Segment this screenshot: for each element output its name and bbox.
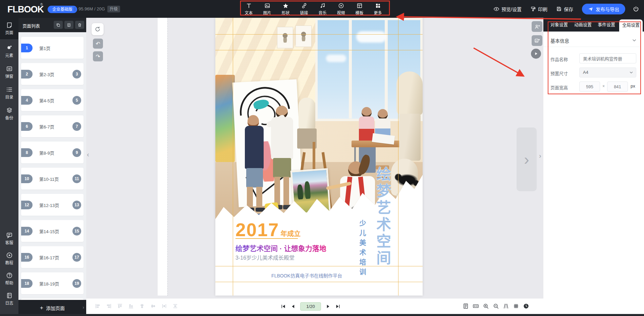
- sidebar-item-backup[interactable]: 备份: [0, 103, 18, 124]
- align-center-vertical-icon[interactable]: [139, 303, 145, 309]
- photo-shape: [300, 30, 308, 41]
- tab-event-settings[interactable]: 事件设置: [598, 18, 615, 32]
- save-button[interactable]: 保存: [556, 6, 573, 12]
- tab-object-settings[interactable]: 对象设置: [550, 18, 568, 32]
- last-page-button[interactable]: [335, 304, 340, 309]
- tab-global-settings[interactable]: 全局设置: [619, 19, 643, 32]
- cover-page[interactable]: 绘梦艺术空间 少儿美术培训 2017年成立 绘梦艺术空间 · 让想象力落地 3-…: [215, 18, 423, 296]
- align-top-icon[interactable]: [117, 303, 123, 309]
- page-row-4-5[interactable]: 4 第4-5页 5: [21, 89, 84, 111]
- next-page-button[interactable]: [326, 304, 331, 309]
- play-preview-button[interactable]: [531, 49, 541, 59]
- sidebar-item-log[interactable]: 日志: [0, 288, 18, 310]
- tool-video[interactable]: 视频: [332, 0, 350, 18]
- tool-template[interactable]: 模板: [350, 0, 369, 18]
- sidebar-item-tutorial[interactable]: 教程: [0, 248, 18, 269]
- page-row-label: 第14-15页: [39, 228, 59, 234]
- collapse-left-panel-handle[interactable]: ‹: [87, 151, 89, 158]
- work-name-input[interactable]: [579, 53, 636, 63]
- page-indicator[interactable]: 1/20: [300, 302, 321, 311]
- history-clock-icon[interactable]: [523, 303, 529, 309]
- page-number-badge-right: 7: [72, 122, 81, 131]
- page-height-input[interactable]: [607, 82, 628, 92]
- cover-footer-text[interactable]: FLBOOK仿真电子书在线制作平台: [215, 272, 398, 279]
- align-center-horizontal-icon[interactable]: [150, 303, 156, 309]
- page-row-10-11[interactable]: 10 第10-11页 11: [21, 168, 84, 190]
- tool-music[interactable]: 音乐: [313, 0, 332, 18]
- photo-shape: [256, 208, 265, 212]
- tool-image[interactable]: 图片: [258, 0, 276, 18]
- page-row-12-13[interactable]: 12 第12-13页 13: [21, 194, 84, 216]
- page-width-input[interactable]: [579, 82, 600, 92]
- bottom-edge-strip: [0, 314, 644, 316]
- section-divider: [543, 47, 641, 47]
- page-row-14-15[interactable]: 14 第14-15页 15: [21, 220, 84, 242]
- collapse-panel-chevron[interactable]: ›: [83, 305, 84, 310]
- cover-slogan[interactable]: 绘梦艺术空间 · 让想象力落地: [235, 243, 326, 253]
- next-page-flip-control[interactable]: ›: [517, 127, 537, 191]
- chevron-down-icon[interactable]: [632, 38, 637, 43]
- add-image-note-button[interactable]: [532, 35, 542, 46]
- collapse-right-panel-handle[interactable]: ›: [539, 152, 541, 160]
- tool-text[interactable]: 文本: [239, 0, 258, 18]
- publish-export-button[interactable]: 发布与导出: [582, 4, 625, 14]
- page-row-2-3[interactable]: 2 第2-3页 3: [21, 63, 84, 85]
- duplicate-page-button[interactable]: [64, 21, 73, 29]
- cover-vertical-title[interactable]: 绘梦艺术空间: [372, 166, 393, 267]
- page-row-8-9[interactable]: 8 第8-9页 9: [21, 142, 84, 163]
- tool-shape[interactable]: 形状: [276, 0, 295, 18]
- zoom-in-icon[interactable]: [483, 303, 489, 309]
- undo-button[interactable]: ↶: [93, 39, 103, 49]
- add-page-button[interactable]: + 添加页面 ›: [18, 300, 86, 316]
- preview-settings-button[interactable]: 预览/设置: [493, 6, 522, 12]
- sidebar-item-support[interactable]: 客服: [0, 228, 18, 249]
- page-number-badge: 14: [21, 227, 33, 235]
- prev-page-button[interactable]: [290, 304, 296, 309]
- first-page-button[interactable]: [281, 304, 286, 309]
- preset-size-label: 预置尺寸: [550, 70, 568, 76]
- align-left-icon[interactable]: [95, 303, 101, 309]
- distribute-horizontal-icon[interactable]: [161, 303, 167, 309]
- cover-vertical-subtitle[interactable]: 少儿美术培训: [358, 220, 367, 278]
- align-bottom-icon[interactable]: [128, 303, 134, 309]
- preset-size-select[interactable]: A4: [579, 67, 636, 77]
- sidebar-item-help[interactable]: 帮助: [0, 268, 18, 289]
- history-refresh-button[interactable]: [92, 23, 104, 35]
- sidebar-item-toc[interactable]: 目录: [0, 82, 18, 104]
- text-icon: [246, 2, 252, 9]
- page-row-16-17[interactable]: 16 第16-17页 17: [21, 246, 84, 268]
- sidebar-item-popup[interactable]: 弹窗: [0, 61, 18, 83]
- cover-year-block[interactable]: 2017年成立: [235, 219, 301, 241]
- page-list-header: 页面列表: [18, 18, 86, 32]
- add-member-button[interactable]: [532, 21, 542, 32]
- sidebar-item-pages[interactable]: 页面: [0, 18, 18, 39]
- actual-size-icon[interactable]: [473, 303, 479, 309]
- redo-button[interactable]: ↷: [93, 51, 103, 61]
- plan-badge[interactable]: 企业基础版: [48, 6, 77, 13]
- list-icon: [6, 86, 13, 93]
- align-right-icon[interactable]: [106, 303, 112, 309]
- tool-link[interactable]: 链接: [295, 0, 313, 18]
- print-button[interactable]: 印刷: [530, 6, 547, 12]
- cover-tagline[interactable]: 3-16岁少儿美术成长殿堂: [235, 253, 294, 261]
- delete-page-button[interactable]: [75, 21, 84, 29]
- power-exit-icon[interactable]: [633, 6, 639, 12]
- guides-icon[interactable]: [503, 303, 509, 309]
- page-number-badge: 8: [21, 148, 33, 157]
- distribute-vertical-icon[interactable]: [172, 303, 178, 309]
- zoom-out-icon[interactable]: [493, 303, 499, 309]
- page-row-1[interactable]: 1 第1页: [21, 37, 84, 59]
- single-page-view-icon[interactable]: [463, 303, 469, 309]
- tool-more[interactable]: 更多: [369, 0, 387, 18]
- upgrade-button[interactable]: 升级: [107, 6, 120, 12]
- cover-year-underline: [235, 238, 298, 239]
- page-row-6-7[interactable]: 6 第6-7页 7: [21, 115, 84, 137]
- page-row-18-19[interactable]: 18 第18-19页 19: [21, 272, 84, 294]
- editor-canvas[interactable]: 绘梦艺术空间 少儿美术培训 2017年成立 绘梦艺术空间 · 让想象力落地 3-…: [86, 18, 543, 299]
- grid-icon[interactable]: [513, 303, 519, 309]
- copy-page-button[interactable]: [54, 21, 63, 29]
- sidebar-item-elements[interactable]: 元素: [0, 41, 18, 62]
- tab-animation-settings[interactable]: 动画设置: [574, 18, 592, 32]
- photo-shape: [264, 202, 279, 212]
- paper-plane-icon: [588, 6, 593, 12]
